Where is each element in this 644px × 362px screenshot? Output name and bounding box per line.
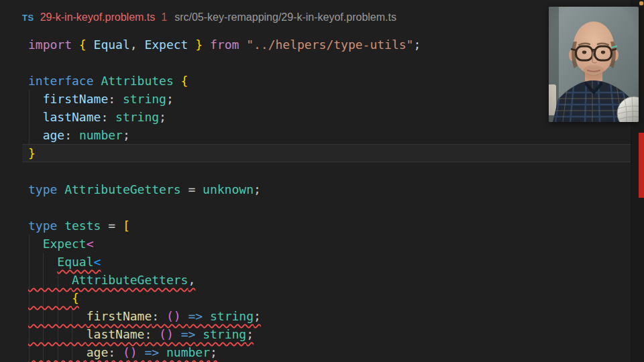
code-line[interactable]: AttributeGetters, xyxy=(22,271,639,289)
code-line[interactable] xyxy=(22,198,639,217)
code-token: Expect xyxy=(144,38,188,52)
code-token: < xyxy=(94,255,101,269)
code-lines[interactable]: import { Equal, Expect } from "../helper… xyxy=(22,36,639,361)
code-token xyxy=(28,128,43,142)
code-token: Attributes xyxy=(101,74,180,88)
code-token xyxy=(28,273,72,287)
code-line[interactable]: } xyxy=(22,144,639,162)
code-token xyxy=(138,345,145,359)
code-token: type xyxy=(28,182,64,196)
code-token: } xyxy=(195,38,203,52)
code-line[interactable]: Equal< xyxy=(22,253,639,271)
code-token: : xyxy=(64,128,79,142)
code-token: string xyxy=(115,110,159,124)
code-token xyxy=(174,327,181,341)
code-token: : xyxy=(144,327,159,341)
code-token xyxy=(203,309,210,323)
code-token: firstName xyxy=(87,309,152,323)
code-token: : xyxy=(101,110,115,124)
vscode-window: TS 29-k-in-keyof.problem.ts 1 src/05-key… xyxy=(0,0,644,362)
breadcrumb-file-path: src/05-key-remapping/29-k-in-keyof.probl… xyxy=(174,11,396,23)
code-token: ; xyxy=(254,182,261,196)
title-bar: TS 29-k-in-keyof.problem.ts 1 src/05-key… xyxy=(22,8,396,27)
code-token: () xyxy=(159,327,174,341)
code-line[interactable]: interface Attributes { xyxy=(22,72,639,90)
code-token: age xyxy=(87,345,109,359)
code-token: => xyxy=(181,327,196,341)
code-token: { xyxy=(72,291,79,305)
file-name[interactable]: 29-k-in-keyof.problem.ts xyxy=(40,11,156,23)
code-token: string xyxy=(210,309,254,323)
code-token: : xyxy=(108,92,123,106)
code-token xyxy=(28,110,43,124)
code-token: tests xyxy=(64,219,108,233)
code-token: { xyxy=(79,38,94,52)
code-token: string xyxy=(123,92,166,106)
code-token: ; xyxy=(159,110,166,124)
code-token xyxy=(28,237,43,251)
code-token xyxy=(28,309,87,323)
code-token: number xyxy=(166,345,210,359)
code-line[interactable]: import { Equal, Expect } from "../helper… xyxy=(22,36,639,54)
code-token: () xyxy=(123,345,138,359)
code-token xyxy=(188,38,195,52)
code-token: unknown xyxy=(203,182,254,196)
code-token xyxy=(28,327,87,341)
presenter-webcam xyxy=(549,7,639,122)
code-token: () xyxy=(166,309,181,323)
presenter-illustration xyxy=(549,7,639,122)
code-token xyxy=(203,38,210,52)
code-line[interactable]: type tests = [ xyxy=(22,217,639,235)
code-line[interactable] xyxy=(22,54,639,72)
code-token: firstName xyxy=(43,92,109,106)
code-line[interactable] xyxy=(22,162,639,180)
code-token: < xyxy=(87,237,94,251)
code-token xyxy=(28,291,72,305)
code-token xyxy=(28,92,43,106)
code-line[interactable]: firstName: string; xyxy=(22,90,639,108)
code-token: : xyxy=(152,309,166,323)
code-line[interactable]: lastName: () => string; xyxy=(22,325,639,343)
code-token: number xyxy=(79,128,123,142)
code-token: AttributeGetters xyxy=(72,273,188,287)
code-token: Expect xyxy=(43,237,87,251)
typescript-file-icon: TS xyxy=(22,13,34,23)
code-token: ; xyxy=(123,128,130,142)
code-token xyxy=(181,309,189,323)
code-line[interactable]: { xyxy=(22,289,639,307)
code-line[interactable]: firstName: () => string; xyxy=(22,307,639,325)
code-line[interactable]: Expect< xyxy=(22,235,639,253)
code-token: : xyxy=(108,345,123,359)
code-token: , xyxy=(130,38,145,52)
code-token: => xyxy=(188,309,203,323)
code-token: string xyxy=(203,327,246,341)
code-line[interactable]: type AttributeGetters = unknown; xyxy=(22,180,639,198)
code-line[interactable]: age: number; xyxy=(22,126,639,144)
code-token: => xyxy=(144,345,159,359)
code-token: lastName xyxy=(87,327,145,341)
code-token: AttributeGetters xyxy=(64,182,188,196)
code-token: Equal xyxy=(94,38,130,52)
code-token: interface xyxy=(28,74,101,88)
error-marker[interactable] xyxy=(639,133,644,198)
code-token xyxy=(28,345,87,359)
code-token: { xyxy=(181,74,189,88)
code-token: ; xyxy=(246,327,254,341)
code-token: Equal xyxy=(57,255,93,269)
code-token: lastName xyxy=(43,110,101,124)
status-dot xyxy=(639,1,643,5)
code-token: ; xyxy=(413,38,421,52)
problem-count-badge: 1 xyxy=(161,11,167,23)
code-token: } xyxy=(28,146,36,160)
code-line[interactable]: age: () => number; xyxy=(22,343,639,361)
code-token: , xyxy=(188,273,195,287)
code-token xyxy=(159,345,166,359)
code-token: age xyxy=(43,128,65,142)
code-token xyxy=(195,327,203,341)
code-token: [ xyxy=(123,219,130,233)
code-line[interactable]: lastName: string; xyxy=(22,108,639,126)
code-token: import xyxy=(28,38,79,52)
code-token xyxy=(28,255,57,269)
code-token: from xyxy=(210,38,246,52)
code-token: = xyxy=(108,219,123,233)
